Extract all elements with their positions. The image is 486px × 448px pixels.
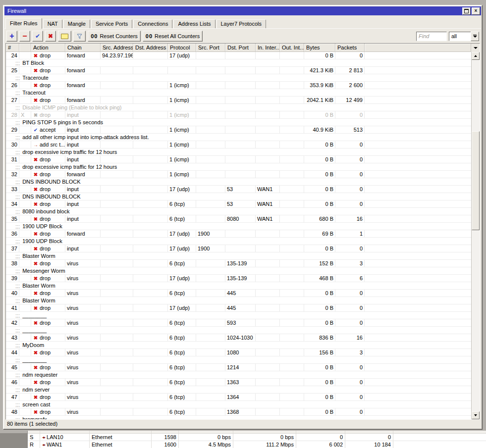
combo-dropdown-button[interactable]	[471, 32, 479, 41]
firewall-rule-row[interactable]: 48✖dropvirus6 (tcp)13680 B0	[6, 408, 471, 416]
vertical-scrollbar[interactable]	[471, 52, 480, 419]
column-header-n[interactable]: #	[6, 44, 19, 51]
firewall-rule-row[interactable]: 45✖dropvirus6 (tcp)12140 B0	[6, 364, 471, 371]
firewall-rule-row[interactable]: 32✖dropforward1 (icmp)0 B0	[6, 171, 471, 178]
scrollbar-thumb[interactable]	[472, 131, 480, 230]
rule-comment-row[interactable]: ;;;________	[6, 327, 471, 334]
column-header-fill[interactable]	[365, 44, 471, 51]
column-header-src[interactable]: Src. Address	[101, 44, 133, 51]
column-header-action[interactable]: Action	[31, 44, 65, 51]
interface-row[interactable]: S◂▸LAN10Ethernet15980 bps0 bps00	[28, 434, 486, 441]
firewall-rule-row[interactable]: 37✖dropinput17 (udp)19000 B0	[6, 245, 471, 252]
rule-comment-row[interactable]: ;;;DNS INBOUND BLOCK	[6, 178, 471, 186]
rule-comment-row[interactable]: ;;;8080 inbound block	[6, 208, 471, 215]
tab-mangle[interactable]: Mangle	[63, 19, 90, 28]
drop-icon: ✖	[33, 306, 39, 311]
column-header-bytes[interactable]: Bytes	[304, 44, 335, 51]
firewall-rule-row[interactable]: 40✖dropvirus6 (tcp)4450 B0	[6, 290, 471, 297]
column-header-dport[interactable]: Dst. Port	[225, 44, 256, 51]
rule-comment-row[interactable]: ;;;Traceroute	[6, 74, 471, 82]
rule-comment-row[interactable]: ;;;screen cast	[6, 401, 471, 408]
column-select-button[interactable]	[471, 44, 480, 52]
tab-connections[interactable]: Connections	[133, 19, 172, 28]
close-button[interactable]: ×	[472, 7, 480, 15]
rule-comment-row[interactable]: ;;;DNS INBOUND BLOCK	[6, 193, 471, 200]
reset-all-counters-button[interactable]: 00 Reset All Counters	[143, 31, 203, 42]
drop-icon: ✖	[33, 172, 39, 177]
rule-comment-row[interactable]: ;;;Blaster Worm	[6, 252, 471, 260]
column-header-sport[interactable]: Src. Port	[196, 44, 225, 51]
firewall-rule-row[interactable]: 34✖dropinput6 (tcp)53WAN10 B0	[6, 200, 471, 208]
column-header-dst[interactable]: Dst. Address	[133, 44, 168, 51]
tab-nat[interactable]: NAT	[43, 19, 62, 28]
cell-src	[101, 275, 133, 282]
rule-comment-row[interactable]: ;;;Blaster Worm	[6, 282, 471, 290]
maximize-button[interactable]	[462, 7, 471, 15]
chain-filter-combo[interactable]: all	[449, 32, 479, 41]
rule-comment-row[interactable]: ;;;MyDoom	[6, 342, 471, 349]
column-header-pkts[interactable]: Packets	[335, 44, 365, 51]
titlebar[interactable]: Firewall ×	[4, 6, 481, 15]
rule-comment-row[interactable]: ;;;drop excessive icmp traffic for 12 ho…	[6, 163, 471, 171]
rule-comment-row[interactable]: ;;;PING STOP 5 pings in 5 seconds	[6, 119, 471, 126]
rule-comment-row[interactable]: ;;;drop excessive icmp traffic for 12 ho…	[6, 149, 471, 156]
firewall-rule-row[interactable]: 26✖dropforward1 (icmp)353.9 KiB2 600	[6, 82, 471, 89]
firewall-rule-row[interactable]: 29✔acceptinput1 (icmp)40.9 KiB513	[6, 126, 471, 134]
firewall-rule-row[interactable]: 24✖dropforward94.23.97.19617 (udp)0 B0	[6, 52, 471, 59]
cell-bytes: 0 B	[304, 379, 335, 386]
cell-fill	[365, 67, 471, 74]
add-rule-button[interactable]: +	[6, 31, 17, 42]
firewall-rule-row[interactable]: 30→add src t...input1 (icmp)0 B0	[6, 141, 471, 149]
cell-inif	[256, 111, 280, 118]
rule-comment-row[interactable]: ;;;Blaster Worm	[6, 297, 471, 304]
rule-comment-row[interactable]: ;;;________	[6, 356, 471, 364]
rule-comment-row[interactable]: ;;;BT Block	[6, 59, 471, 67]
firewall-rule-row[interactable]: 28X✖dropinput1 (icmp)0 B0	[6, 111, 471, 119]
cell-proto: 6 (tcp)	[168, 334, 196, 341]
rule-comment-row[interactable]: ;;;Disable ICMP ping (Enable to block pi…	[6, 104, 471, 111]
column-header-inif[interactable]: In. Inter...	[256, 44, 280, 51]
scroll-down-button[interactable]	[472, 411, 480, 419]
firewall-rule-row[interactable]: 46✖dropvirus6 (tcp)13630 B0	[6, 379, 471, 386]
firewall-rule-row[interactable]: 41✖dropvirus17 (udp)4450 B0	[6, 304, 471, 312]
rule-comment-row[interactable]: ;;;1900 UDP Block	[6, 223, 471, 230]
find-input[interactable]	[416, 32, 447, 41]
rule-comment-row[interactable]: ;;;ndm server	[6, 386, 471, 394]
disable-rule-button[interactable]: ✖	[45, 31, 56, 42]
remove-rule-button[interactable]: −	[19, 31, 30, 42]
firewall-rule-row[interactable]: 27✖dropforward1 (icmp)2042.1 KiB12 499	[6, 97, 471, 104]
interface-row[interactable]: R◂▸WAN1Ethernet16004.5 Mbps111.2 Mbps6 0…	[28, 441, 486, 448]
cell-n: 28	[6, 111, 19, 118]
tab-layer7-protocols[interactable]: Layer7 Protocols	[216, 19, 267, 28]
tab-address-lists[interactable]: Address Lists	[173, 19, 215, 28]
firewall-rule-row[interactable]: 35✖dropinput6 (tcp)8080WAN1680 B16	[6, 215, 471, 223]
column-header-proto[interactable]: Protocol	[168, 44, 196, 51]
firewall-rule-row[interactable]: 33✖dropinput17 (udp)53WAN10 B0	[6, 186, 471, 193]
firewall-rule-row[interactable]: 31✖dropinput1 (icmp)0 B0	[6, 156, 471, 163]
firewall-rule-row[interactable]: 25✖dropforward421.3 KiB2 813	[6, 67, 471, 74]
rule-comment-row[interactable]: ;;;hromgrafx	[6, 416, 471, 419]
firewall-rule-row[interactable]: 38✖dropvirus6 (tcp)135-139152 B3	[6, 260, 471, 267]
firewall-rule-row[interactable]: 44✖dropvirus6 (tcp)1080156 B3	[6, 349, 471, 356]
reset-counters-button[interactable]: 00 Reset Counters	[88, 31, 141, 42]
comment-button[interactable]	[58, 31, 71, 42]
firewall-rule-row[interactable]: 39✖dropvirus17 (udp)135-139468 B6	[6, 275, 471, 282]
rule-comment-row[interactable]: ;;;ndm requester	[6, 371, 471, 379]
filter-button[interactable]	[73, 31, 86, 42]
rule-comment-row[interactable]: ;;;Messenger Worm	[6, 267, 471, 275]
firewall-rule-row[interactable]: 36✖dropforward17 (udp)190069 B1	[6, 230, 471, 238]
scroll-up-button[interactable]	[472, 52, 480, 60]
column-header-flag[interactable]	[19, 44, 31, 51]
rule-comment-row[interactable]: ;;;Tracerout	[6, 89, 471, 97]
firewall-rule-row[interactable]: 42✖dropvirus6 (tcp)5930 B0	[6, 319, 471, 327]
rule-comment-row[interactable]: ;;;________	[6, 312, 471, 319]
tab-filter-rules[interactable]: Filter Rules	[5, 18, 42, 29]
rule-comment-row[interactable]: ;;;1900 UDP Block	[6, 238, 471, 245]
column-header-outif[interactable]: Out. Int...	[280, 44, 304, 51]
enable-rule-button[interactable]: ✔	[32, 31, 43, 42]
rule-comment-row[interactable]: ;;;add all other icmp input into icmp-at…	[6, 134, 471, 141]
tab-service-ports[interactable]: Service Ports	[91, 19, 132, 28]
firewall-rule-row[interactable]: 43✖dropvirus6 (tcp)1024-1030836 B16	[6, 334, 471, 342]
firewall-rule-row[interactable]: 47✖dropvirus6 (tcp)13640 B0	[6, 394, 471, 401]
column-header-chain[interactable]: Chain	[65, 44, 101, 51]
